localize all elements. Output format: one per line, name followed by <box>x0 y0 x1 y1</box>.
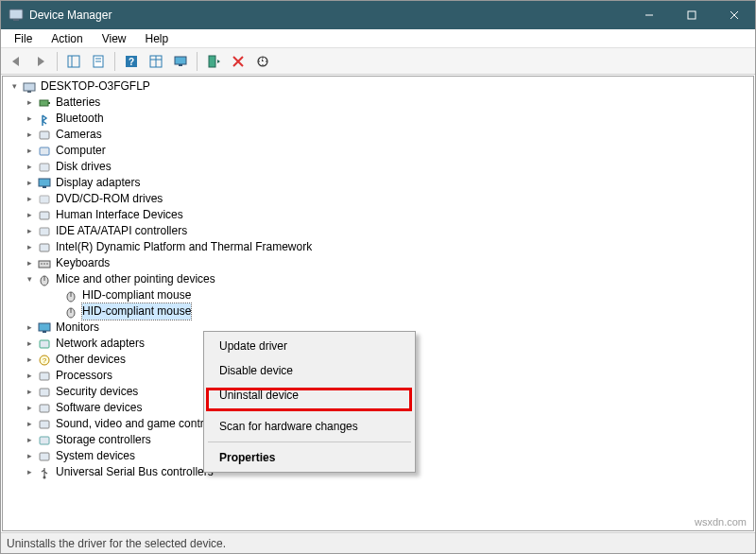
menu-help[interactable]: Help <box>138 30 177 47</box>
tree-node[interactable]: ▸Computer <box>5 143 751 159</box>
toolbar-enable-button[interactable] <box>202 51 225 72</box>
context-menu-item[interactable]: Scan for hardware changes <box>206 414 413 439</box>
menu-separator <box>208 441 411 442</box>
toolbar-show-hide-tree-button[interactable] <box>62 51 85 72</box>
svg-rect-20 <box>24 83 35 91</box>
tree-node[interactable]: ▸DVD/CD-ROM drives <box>5 191 751 207</box>
expand-icon[interactable]: ▸ <box>24 210 35 221</box>
tree-node[interactable]: ▸Intel(R) Dynamic Platform and Thermal F… <box>5 239 751 255</box>
minimize-button[interactable] <box>627 1 670 29</box>
tree-node-label: Intel(R) Dynamic Platform and Thermal Fr… <box>56 239 312 255</box>
security-icon <box>37 385 52 400</box>
toolbar-display-button[interactable] <box>169 51 192 72</box>
expand-icon[interactable]: ▸ <box>24 387 35 398</box>
svg-rect-52 <box>40 437 49 444</box>
context-menu-item[interactable]: Properties <box>206 445 413 470</box>
mouse-icon <box>63 304 78 320</box>
svg-rect-27 <box>39 179 50 186</box>
tree-node-label: System devices <box>56 448 135 464</box>
tree-node[interactable]: ▸Display adapters <box>5 175 751 191</box>
context-menu-item[interactable]: Disable device <box>206 358 413 383</box>
toolbar-scan-button[interactable] <box>251 51 274 72</box>
toolbar-back-button[interactable] <box>5 51 27 72</box>
toolbar-help-button[interactable]: ? <box>120 51 143 72</box>
tree-node-label: HID-compliant mouse <box>82 303 191 320</box>
computer-icon <box>22 79 37 95</box>
expand-icon[interactable]: ▸ <box>24 355 35 366</box>
svg-rect-48 <box>40 372 49 380</box>
battery-icon <box>37 95 52 111</box>
expand-icon[interactable]: ▸ <box>24 338 35 350</box>
expand-icon[interactable]: ▸ <box>24 419 35 430</box>
tree-node-label: Network adapters <box>56 336 145 352</box>
expand-icon[interactable]: ▸ <box>24 435 35 446</box>
expand-icon[interactable]: ▸ <box>24 146 35 157</box>
expand-icon[interactable]: ▸ <box>24 178 35 189</box>
tree-node-label: Disk drives <box>56 159 112 175</box>
svg-rect-16 <box>175 57 186 64</box>
expand-icon[interactable]: ▸ <box>24 113 35 125</box>
toolbar-disable-button[interactable] <box>227 51 249 72</box>
tree-node[interactable]: ▸Batteries <box>5 95 751 111</box>
window-title: Device Manager <box>29 9 112 22</box>
expand-icon[interactable]: ▸ <box>24 194 35 205</box>
menu-action[interactable]: Action <box>43 30 90 47</box>
menubar: File Action View Help <box>1 29 755 48</box>
svg-rect-50 <box>40 405 49 412</box>
menu-view[interactable]: View <box>94 30 134 47</box>
expand-icon[interactable]: ▸ <box>24 258 35 269</box>
tree-leaf-node[interactable]: HID-compliant mouse <box>5 303 751 320</box>
maximize-button[interactable] <box>670 1 713 29</box>
tree-node[interactable]: ▾Mice and other pointing devices <box>5 271 751 287</box>
tree-node-label: Human Interface Devices <box>56 207 183 223</box>
expand-icon[interactable]: ▸ <box>24 242 35 253</box>
expand-icon[interactable]: ▸ <box>24 226 35 237</box>
watermark: wsxdn.com <box>695 516 747 528</box>
svg-rect-17 <box>179 64 182 66</box>
expand-icon[interactable]: ▸ <box>24 451 35 462</box>
cpu-icon <box>37 369 52 384</box>
toolbar-forward-button[interactable] <box>29 51 52 72</box>
tree-node[interactable]: ▸IDE ATA/ATAPI controllers <box>5 223 751 239</box>
tree-node[interactable]: ▸Human Interface Devices <box>5 207 751 223</box>
context-menu-item[interactable]: Uninstall device <box>206 383 413 407</box>
menu-separator <box>208 410 411 411</box>
expand-icon[interactable]: ▸ <box>24 403 35 414</box>
svg-rect-31 <box>40 228 49 235</box>
tree-node[interactable]: ▸Disk drives <box>5 159 751 175</box>
tree-node-label: Batteries <box>56 95 100 111</box>
svg-rect-23 <box>48 102 50 104</box>
tree-node-label: Software devices <box>56 400 142 416</box>
collapse-icon[interactable]: ▾ <box>9 81 20 93</box>
tree-node-label: Cameras <box>56 127 102 143</box>
tree-root-node[interactable]: ▾DESKTOP-O3FGFLP <box>5 78 751 95</box>
tree-node-label: Bluetooth <box>56 111 104 127</box>
collapse-icon[interactable]: ▾ <box>24 274 35 286</box>
expand-icon[interactable]: ▸ <box>24 97 35 109</box>
tree-node-label: Universal Serial Bus controllers <box>56 464 214 480</box>
svg-rect-44 <box>43 331 46 333</box>
expand-icon[interactable]: ▸ <box>24 371 35 382</box>
expand-icon[interactable]: ▸ <box>24 162 35 173</box>
tree-node[interactable]: ▸Bluetooth <box>5 111 751 127</box>
tree-node-label: Security devices <box>56 384 138 400</box>
statusbar: Uninstalls the driver for the selected d… <box>1 532 755 553</box>
tree-node-label: Processors <box>56 368 112 384</box>
titlebar[interactable]: Device Manager <box>1 1 755 29</box>
statusbar-text: Uninstalls the driver for the selected d… <box>7 537 226 550</box>
tree-node-label: Storage controllers <box>56 432 151 448</box>
tree-node[interactable]: ▸Cameras <box>5 127 751 143</box>
tree-node-label: Display adapters <box>56 175 140 191</box>
tree-leaf-node[interactable]: HID-compliant mouse <box>5 287 751 303</box>
close-button[interactable] <box>713 1 755 29</box>
expand-icon[interactable]: ▸ <box>24 130 35 141</box>
expand-icon[interactable]: ▸ <box>24 467 35 478</box>
expand-icon[interactable]: ▸ <box>24 322 35 334</box>
svg-text:?: ? <box>129 57 134 67</box>
svg-rect-51 <box>40 421 49 428</box>
toolbar-properties-sheet-button[interactable] <box>87 51 110 72</box>
tree-node[interactable]: ▸Keyboards <box>5 255 751 271</box>
context-menu-item[interactable]: Update driver <box>206 334 413 358</box>
toolbar-refresh-table-button[interactable] <box>145 51 167 72</box>
menu-file[interactable]: File <box>7 30 40 47</box>
